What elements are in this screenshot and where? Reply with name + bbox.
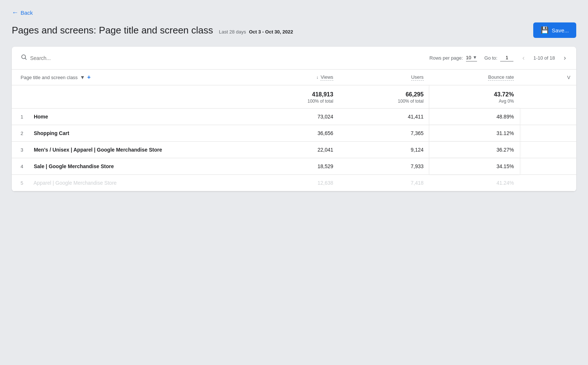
rows-dropdown-arrow-icon: ▼ bbox=[473, 55, 477, 60]
back-arrow-icon: ← bbox=[12, 9, 18, 17]
totals-row: 418,913 100% of total 66,295 100% of tot… bbox=[12, 85, 576, 109]
row-page-name: Home bbox=[34, 114, 48, 120]
main-card: Rows per page: 10 ▼ Go to: ‹ 1-10 of 18 … bbox=[12, 47, 576, 191]
row-page-title-cell: 3 Men's / Unisex | Apparel | Google Merc… bbox=[12, 142, 249, 158]
row-extra-cell bbox=[520, 175, 576, 191]
save-button[interactable]: 💾 Save... bbox=[533, 22, 576, 38]
row-views: 36,656 bbox=[318, 130, 333, 136]
date-value: Oct 3 - Oct 30, 2022 bbox=[249, 29, 293, 35]
row-page-title-cell: 4 Sale | Google Merchandise Store bbox=[12, 158, 249, 175]
row-page-name: Shopping Cart bbox=[34, 130, 69, 136]
row-page-name: Apparel | Google Merchandise Store bbox=[33, 180, 116, 186]
next-page-button[interactable]: › bbox=[562, 53, 567, 63]
totals-users: 66,295 bbox=[345, 91, 424, 98]
row-bounce-cell: 31.12% bbox=[430, 125, 520, 142]
row-bounce: 41.24% bbox=[496, 180, 514, 186]
row-users: 7,418 bbox=[411, 180, 424, 186]
totals-views-sub: 100% of total bbox=[255, 99, 333, 104]
toolbar: Rows per page: 10 ▼ Go to: ‹ 1-10 of 18 … bbox=[12, 47, 576, 70]
prev-page-button[interactable]: ‹ bbox=[521, 53, 526, 63]
row-bounce: 34.15% bbox=[496, 163, 514, 169]
table-header-row: Page title and screen class ▼ + ↓ Views bbox=[12, 70, 576, 85]
col-bounce-label: Bounce rate bbox=[488, 74, 514, 81]
row-users-cell: 7,418 bbox=[339, 175, 430, 191]
svg-point-0 bbox=[22, 55, 26, 59]
back-label: Back bbox=[21, 10, 33, 16]
save-icon: 💾 bbox=[541, 26, 549, 34]
col-extra-label: V bbox=[567, 75, 570, 80]
totals-extra-cell bbox=[520, 85, 576, 109]
pagination-controls: Rows per page: 10 ▼ Go to: ‹ 1-10 of 18 … bbox=[430, 53, 567, 63]
row-bounce-cell: 48.89% bbox=[430, 109, 520, 125]
rows-per-page-select[interactable]: 10 ▼ bbox=[466, 55, 477, 61]
totals-users-cell: 66,295 100% of total bbox=[339, 85, 430, 109]
save-label: Save... bbox=[552, 27, 569, 33]
data-table: Page title and screen class ▼ + ↓ Views bbox=[12, 70, 576, 191]
col-page-title-label: Page title and screen class bbox=[21, 75, 78, 80]
row-views-cell: 18,529 bbox=[249, 158, 339, 175]
page-container: ← Back Pages and screens: Page title and… bbox=[0, 0, 588, 365]
row-index: 4 bbox=[21, 164, 28, 169]
row-extra-cell bbox=[520, 125, 576, 142]
row-extra-cell bbox=[520, 158, 576, 175]
go-to: Go to: bbox=[484, 55, 513, 61]
row-index: 2 bbox=[21, 131, 28, 136]
row-index: 5 bbox=[21, 180, 28, 186]
row-extra-cell bbox=[520, 142, 576, 158]
search-icon bbox=[21, 54, 27, 62]
totals-users-sub: 100% of total bbox=[345, 99, 424, 104]
col-views-label: Views bbox=[320, 74, 333, 81]
table-row: 5 Apparel | Google Merchandise Store 12,… bbox=[12, 175, 576, 191]
table-row: 1 Home 73,024 41,411 48.89% bbox=[12, 109, 576, 125]
row-views: 18,529 bbox=[318, 163, 333, 169]
row-bounce: 48.89% bbox=[496, 114, 514, 120]
col-header-bounce: Bounce rate bbox=[430, 70, 520, 85]
table-row: 2 Shopping Cart 36,656 7,365 31.12% bbox=[12, 125, 576, 142]
row-users-cell: 7,933 bbox=[339, 158, 430, 175]
totals-bounce-sub: Avg 0% bbox=[435, 99, 514, 104]
row-views-cell: 22,041 bbox=[249, 142, 339, 158]
row-bounce: 31.12% bbox=[496, 130, 514, 136]
row-users-cell: 9,124 bbox=[339, 142, 430, 158]
go-to-input[interactable] bbox=[500, 55, 513, 61]
page-header: Pages and screens: Page title and screen… bbox=[12, 22, 576, 38]
row-views: 73,024 bbox=[318, 114, 333, 120]
search-input[interactable] bbox=[30, 55, 197, 61]
row-bounce: 36.27% bbox=[496, 147, 514, 153]
back-link[interactable]: ← Back bbox=[12, 9, 33, 17]
rows-per-page-label: Rows per page: bbox=[430, 55, 463, 61]
col-header-extra: V bbox=[520, 70, 576, 85]
row-extra-cell bbox=[520, 109, 576, 125]
row-users: 7,365 bbox=[411, 130, 424, 136]
svg-line-1 bbox=[25, 58, 26, 59]
col-header-users: Users bbox=[339, 70, 430, 85]
add-column-icon[interactable]: + bbox=[87, 74, 90, 81]
rows-per-page-value: 10 bbox=[466, 55, 471, 60]
row-views-cell: 12,638 bbox=[249, 175, 339, 191]
header-left: Pages and screens: Page title and screen… bbox=[12, 25, 293, 36]
date-label: Last 28 days bbox=[219, 29, 246, 35]
row-users: 9,124 bbox=[411, 147, 424, 153]
row-bounce-cell: 41.24% bbox=[430, 175, 520, 191]
row-page-name: Sale | Google Merchandise Store bbox=[34, 163, 114, 169]
row-users: 41,411 bbox=[408, 114, 424, 120]
page-info: 1-10 of 18 bbox=[533, 55, 555, 61]
col-users-label: Users bbox=[411, 74, 424, 81]
totals-views: 418,913 bbox=[255, 91, 333, 98]
row-views-cell: 36,656 bbox=[249, 125, 339, 142]
totals-page-title-cell bbox=[12, 85, 249, 109]
date-range: Last 28 days Oct 3 - Oct 30, 2022 bbox=[219, 29, 293, 35]
row-bounce-cell: 36.27% bbox=[430, 142, 520, 158]
rows-per-page: Rows per page: 10 ▼ bbox=[430, 55, 477, 61]
sort-desc-icon: ↓ bbox=[316, 75, 318, 80]
row-index: 3 bbox=[21, 147, 28, 153]
totals-bounce-cell: 43.72% Avg 0% bbox=[430, 85, 520, 109]
totals-bounce: 43.72% bbox=[435, 91, 514, 98]
row-page-title-cell: 2 Shopping Cart bbox=[12, 125, 249, 142]
row-bounce-cell: 34.15% bbox=[430, 158, 520, 175]
col-page-title-dropdown-icon[interactable]: ▼ bbox=[80, 74, 85, 80]
page-title: Pages and screens: Page title and screen… bbox=[12, 25, 213, 36]
search-container bbox=[21, 54, 197, 62]
col-header-views: ↓ Views bbox=[249, 70, 339, 85]
row-views: 22,041 bbox=[318, 147, 333, 153]
